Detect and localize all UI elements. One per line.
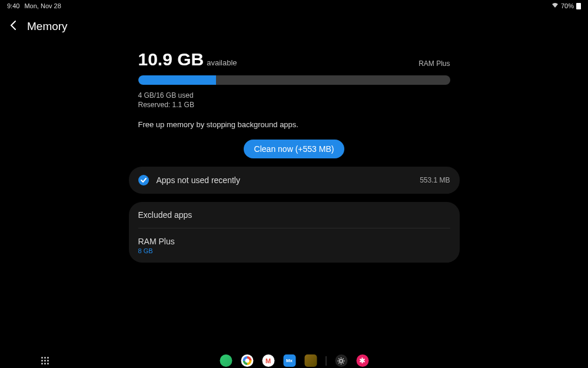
clean-now-button[interactable]: Clean now (+553 MB) <box>244 140 345 158</box>
apps-drawer-icon[interactable] <box>41 357 49 364</box>
taskbar: M Mx ✱ <box>0 357 588 364</box>
apps-not-used-size: 553.1 MB <box>420 176 450 184</box>
battery-icon <box>576 3 581 9</box>
excluded-apps-label: Excluded apps <box>138 210 450 220</box>
options-card: Excluded apps RAM Plus 8 GB <box>129 202 460 263</box>
app-icon-5[interactable] <box>304 354 317 367</box>
taskbar-divider <box>325 356 326 366</box>
ram-plus-item[interactable]: RAM Plus 8 GB <box>129 228 460 263</box>
svg-point-0 <box>340 359 343 362</box>
page-title: Memory <box>27 20 68 33</box>
status-time: 9:40 <box>7 2 19 9</box>
ram-plus-value: 8 GB <box>138 247 450 254</box>
back-icon[interactable] <box>9 20 18 33</box>
available-value: 10.9 GB <box>138 49 204 69</box>
settings-icon[interactable] <box>335 354 347 367</box>
ram-plus-link[interactable]: RAM Plus <box>418 59 450 69</box>
memory-progress-bar <box>138 75 450 85</box>
wifi-icon <box>552 2 559 9</box>
battery-percent: 70% <box>561 2 574 9</box>
apps-not-used-card[interactable]: Apps not used recently 553.1 MB <box>129 167 460 194</box>
usage-reserved: Reserved: 1.1 GB <box>138 100 450 110</box>
gmail-icon[interactable]: M <box>262 354 274 367</box>
excluded-apps-item[interactable]: Excluded apps <box>129 202 460 228</box>
memory-progress-fill <box>138 75 217 85</box>
ram-plus-title: RAM Plus <box>138 237 450 246</box>
hint-text: Free up memory by stopping background ap… <box>138 120 450 129</box>
app-icon-1[interactable] <box>220 354 232 367</box>
header: Memory <box>0 12 588 45</box>
status-date: Mon, Nov 28 <box>24 2 61 9</box>
app-icon-7[interactable]: ✱ <box>356 354 368 367</box>
status-bar: 9:40 Mon, Nov 28 70% <box>0 0 588 12</box>
apps-not-used-label: Apps not used recently <box>157 175 413 185</box>
check-circle-icon[interactable] <box>138 175 149 185</box>
chrome-icon[interactable] <box>241 354 253 367</box>
available-label: available <box>207 58 237 67</box>
usage-used: 4 GB/16 GB used <box>138 91 450 100</box>
app-icon-4[interactable]: Mx <box>283 354 295 367</box>
